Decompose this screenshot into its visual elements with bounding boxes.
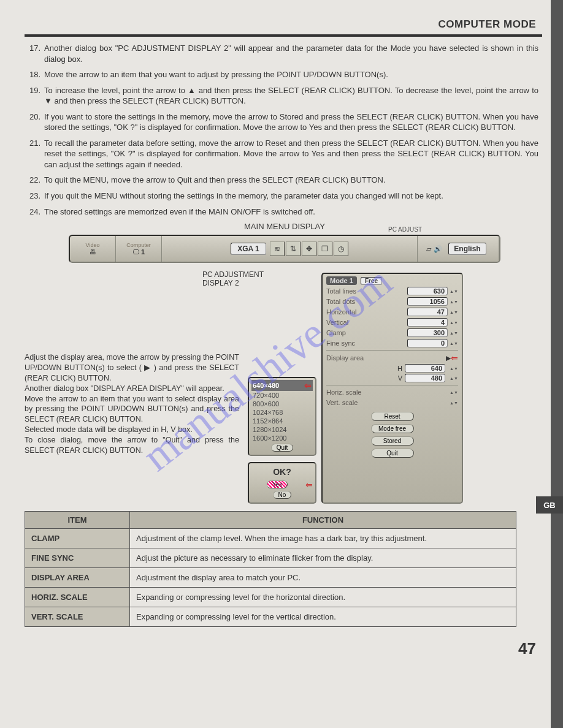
table-row: HORIZ. SCALEExpanding or compressing lev… (25, 588, 516, 607)
printer-icon: 🖶 (90, 248, 96, 256)
spinner-icon[interactable]: ▲▼ (450, 388, 458, 396)
pc-adjust-label: PC ADJUST (388, 226, 422, 233)
resolution-1600x1200[interactable]: 1600×1200 (251, 434, 313, 442)
resolution-1152x864[interactable]: 1152×864 (251, 417, 313, 425)
instruction-17: 17.Another dialog box "PC ADJUSTMENT DIS… (25, 43, 538, 64)
table-row: FINE SYNCAdjust the picture as necessary… (25, 548, 516, 568)
pc-adjustment-dialog: Mode 1 Free Total lines630▲▼ Total dots1… (321, 273, 463, 504)
instruction-20: 20.If you want to store the settings in … (25, 112, 538, 133)
resolution-dialog: 640×480⇐ 720×400 800×600 1024×768 1152×8… (248, 377, 316, 456)
spinner-icon[interactable]: ▲▼ (450, 374, 458, 382)
row-vertical[interactable]: Vertical4▲▼ (326, 318, 458, 327)
row-display-h[interactable]: H640▲▼ (326, 364, 458, 373)
function-table: ITEM FUNCTION CLAMPAdjustment of the cla… (25, 511, 516, 627)
sound-icon[interactable]: 🔊 (434, 245, 442, 253)
row-vert-scale[interactable]: Vert. scale▲▼ (326, 398, 458, 407)
table-row: CLAMPAdjustment of the clamp level. When… (25, 529, 516, 548)
quit-button[interactable]: Quit (371, 449, 414, 458)
menu-right: ▱ 🔊 English (418, 236, 499, 262)
instruction-18: 18.Move the arrow to an item that you wa… (25, 69, 538, 80)
resolution-800x600[interactable]: 800×600 (251, 400, 313, 408)
spinner-icon[interactable]: ▲▼ (450, 308, 458, 316)
spinner-icon[interactable]: ▲▼ (450, 318, 458, 327)
row-fine-sync[interactable]: Fine sync0▲▼ (326, 339, 458, 347)
resolution-640x480[interactable]: 640×480⇐ (251, 380, 313, 391)
row-clamp[interactable]: Clamp300▲▼ (326, 328, 458, 337)
ok-yes-button[interactable]: Yes (267, 480, 288, 488)
pc-adjustment-display-2-label: PC ADJUSTMENT DISPLAY 2 (25, 270, 545, 287)
table-header-item: ITEM (25, 512, 130, 529)
spinner-icon[interactable]: ▲▼ (450, 287, 458, 295)
row-horizontal[interactable]: Horizontal47▲▼ (326, 308, 458, 316)
resolution-1280x1024[interactable]: 1280×1024 (251, 425, 313, 434)
mode-free-button[interactable]: Mode free (371, 424, 414, 433)
spinner-icon[interactable]: ▲▼ (450, 364, 458, 373)
section-title: COMPUTER MODE (25, 0, 542, 37)
move-icon[interactable]: ✥ (302, 241, 316, 256)
monitor-icon: 🖵 1 (132, 248, 145, 256)
language-button[interactable]: English (448, 243, 486, 255)
left-instruction-text: Adjust the display area, move the arrow … (25, 352, 243, 504)
play-icon[interactable]: ▶ (446, 354, 451, 362)
instruction-21: 21.To recall the parameter data before s… (25, 138, 538, 170)
spinner-icon[interactable]: ▲▼ (450, 328, 458, 337)
stored-button[interactable]: Stored (371, 436, 414, 446)
menu-center: XGA 1 ≋ ⇅ ✥ ❐ ◷ (162, 236, 418, 262)
row-horiz-scale[interactable]: Horiz. scale▲▼ (326, 388, 458, 396)
page-right-edge (551, 0, 563, 728)
instruction-22: 22.To quit the MENU, move the arrow to Q… (25, 175, 538, 186)
table-header-function: FUNCTION (130, 512, 516, 529)
ok-no-button[interactable]: No (273, 491, 292, 499)
instruction-list: 17.Another dialog box "PC ADJUSTMENT DIS… (25, 37, 545, 217)
menu-icons: ≋ ⇅ ✥ ❐ ◷ (270, 241, 348, 256)
arrow-left-icon: ⇐ (305, 480, 313, 490)
free-label: Free (361, 277, 382, 285)
ok-label: OK? (251, 467, 313, 477)
spinner-icon[interactable]: ▲▼ (450, 297, 458, 306)
ok-dialog: OK? Yes ⇐ No (248, 462, 316, 504)
main-menu-display-label: MAIN MENU DISPLAY (25, 222, 545, 231)
arrow-left-icon: ⇐ (451, 353, 458, 363)
resolution-1024x768[interactable]: 1024×768 (251, 408, 313, 417)
flag-icon[interactable]: ▱ (426, 245, 431, 253)
row-total-dots[interactable]: Total dots1056▲▼ (326, 297, 458, 306)
table-row: DISPLAY AREAAdjustment the display area … (25, 568, 516, 588)
row-display-area[interactable]: Display area▶⇐ (326, 353, 458, 363)
mode-label: Mode 1 (326, 276, 357, 285)
resolution-720x400[interactable]: 720×400 (251, 391, 313, 400)
resolution-quit-button[interactable]: Quit (271, 444, 293, 452)
sync-icon[interactable]: ≋ (270, 241, 285, 256)
copy-icon[interactable]: ❐ (318, 241, 332, 256)
row-display-v[interactable]: V480▲▼ (326, 374, 458, 382)
clock-icon[interactable]: ◷ (334, 241, 348, 256)
row-total-lines[interactable]: Total lines630▲▼ (326, 287, 458, 295)
page-number: 47 (25, 627, 545, 658)
arrow-left-icon: ⇐ (304, 381, 312, 390)
gb-tab: GB (536, 496, 563, 514)
adjust-icon[interactable]: ⇅ (286, 241, 301, 256)
reset-button[interactable]: Reset (371, 412, 414, 421)
menu-computer[interactable]: Computer🖵 1 (116, 236, 162, 262)
xga-display[interactable]: XGA 1 (231, 243, 266, 255)
instruction-19: 19.To increase the level, point the arro… (25, 85, 538, 107)
main-menu-bar: Video🖶 Computer🖵 1 XGA 1 ≋ ⇅ ✥ ❐ ◷ ▱ (69, 235, 500, 263)
instruction-23: 23.If you quit the MENU without storing … (25, 191, 538, 202)
table-row: VERT. SCALEExpanding or compressing leve… (25, 607, 516, 627)
menu-video[interactable]: Video🖶 (70, 236, 116, 262)
spinner-icon[interactable]: ▲▼ (450, 339, 458, 347)
instruction-24: 24.The stored settings are memorized eve… (25, 207, 538, 218)
spinner-icon[interactable]: ▲▼ (450, 398, 458, 407)
